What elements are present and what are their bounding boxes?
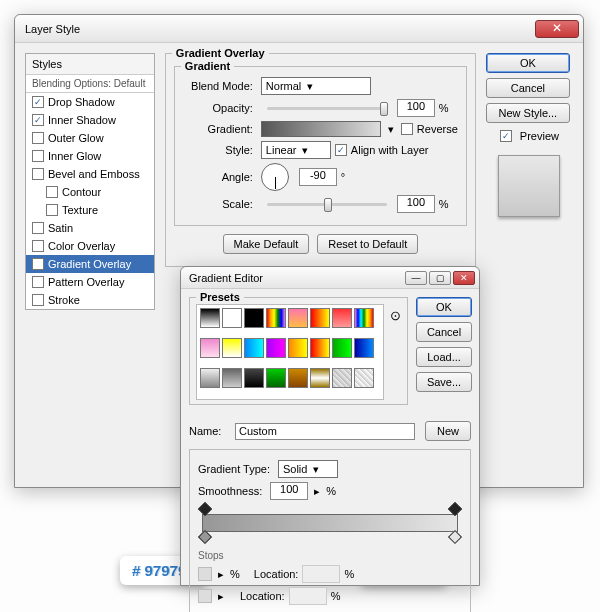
checkbox[interactable]: ✓ xyxy=(32,96,44,108)
preset-swatch[interactable] xyxy=(288,308,308,328)
style-item-drop-shadow[interactable]: ✓Drop Shadow xyxy=(26,93,154,111)
checkbox[interactable] xyxy=(32,150,44,162)
style-label: Style: xyxy=(183,144,257,156)
preset-swatch[interactable] xyxy=(354,338,374,358)
ge-save-button[interactable]: Save... xyxy=(416,372,472,392)
style-item-contour[interactable]: Contour xyxy=(26,183,154,201)
preset-swatch[interactable] xyxy=(200,368,220,388)
style-item-inner-glow[interactable]: Inner Glow xyxy=(26,147,154,165)
checkbox[interactable] xyxy=(32,222,44,234)
reset-default-button[interactable]: Reset to Default xyxy=(317,234,418,254)
main-titlebar[interactable]: Layer Style ✕ xyxy=(15,15,583,43)
checkbox[interactable] xyxy=(32,276,44,288)
section-title: Gradient Overlay xyxy=(172,47,269,59)
new-button[interactable]: New xyxy=(425,421,471,441)
style-item-color-overlay[interactable]: Color Overlay xyxy=(26,237,154,255)
ge-close-icon[interactable]: ✕ xyxy=(453,271,475,285)
minimize-icon[interactable]: — xyxy=(405,271,427,285)
preset-swatch[interactable] xyxy=(332,338,352,358)
opacity-slider[interactable] xyxy=(267,107,387,110)
reverse-checkbox[interactable] xyxy=(401,123,413,135)
ge-load-button[interactable]: Load... xyxy=(416,347,472,367)
preset-swatch[interactable] xyxy=(266,368,286,388)
new-style-button[interactable]: New Style... xyxy=(486,103,570,123)
name-label: Name: xyxy=(189,425,231,437)
ge-ok-button[interactable]: OK xyxy=(416,297,472,317)
opacity-stop-swatch xyxy=(198,567,212,581)
preset-menu-icon[interactable]: ⊙ xyxy=(390,308,401,323)
angle-value[interactable]: -90 xyxy=(299,168,337,186)
right-buttons: OK Cancel New Style... ✓Preview xyxy=(486,53,573,310)
preset-swatch[interactable] xyxy=(310,338,330,358)
gradient-editor-window: Gradient Editor — ▢ ✕ Presets ⊙ OK xyxy=(180,266,480,586)
checkbox[interactable] xyxy=(32,294,44,306)
gradient-swatch[interactable] xyxy=(261,121,381,137)
style-item-stroke[interactable]: Stroke xyxy=(26,291,154,309)
style-item-satin[interactable]: Satin xyxy=(26,219,154,237)
style-item-gradient-overlay[interactable]: ✓Gradient Overlay xyxy=(26,255,154,273)
cancel-button[interactable]: Cancel xyxy=(486,78,570,98)
checkbox[interactable] xyxy=(32,132,44,144)
blend-mode-select[interactable]: Normal xyxy=(261,77,371,95)
maximize-icon[interactable]: ▢ xyxy=(429,271,451,285)
name-field[interactable] xyxy=(235,423,415,440)
preset-swatch[interactable] xyxy=(354,308,374,328)
style-item-pattern-overlay[interactable]: Pattern Overlay xyxy=(26,273,154,291)
preset-swatch[interactable] xyxy=(332,368,352,388)
preset-swatch[interactable] xyxy=(288,368,308,388)
opacity-stop-right[interactable] xyxy=(448,502,462,516)
preset-swatch[interactable] xyxy=(288,338,308,358)
presets-grid[interactable] xyxy=(196,304,384,400)
ge-title: Gradient Editor xyxy=(189,272,403,284)
angle-label: Angle: xyxy=(183,171,257,183)
opacity-value[interactable]: 100 xyxy=(397,99,435,117)
gradient-type-select[interactable]: Solid xyxy=(278,460,338,478)
preset-swatch[interactable] xyxy=(222,308,242,328)
preview-checkbox[interactable]: ✓ xyxy=(500,130,512,142)
gradient-label: Gradient: xyxy=(183,123,257,135)
smoothness-value[interactable]: 100 xyxy=(270,482,308,500)
preset-swatch[interactable] xyxy=(222,338,242,358)
gradient-dropdown-icon[interactable]: ▾ xyxy=(385,123,397,136)
preset-swatch[interactable] xyxy=(310,308,330,328)
style-item-inner-shadow[interactable]: ✓Inner Shadow xyxy=(26,111,154,129)
preset-swatch[interactable] xyxy=(266,338,286,358)
scale-value[interactable]: 100 xyxy=(397,195,435,213)
location-label-2: Location: xyxy=(240,590,285,602)
ok-button[interactable]: OK xyxy=(486,53,570,73)
preset-swatch[interactable] xyxy=(244,368,264,388)
blending-options[interactable]: Blending Options: Default xyxy=(26,75,154,93)
preset-swatch[interactable] xyxy=(200,338,220,358)
checkbox[interactable] xyxy=(32,240,44,252)
style-item-outer-glow[interactable]: Outer Glow xyxy=(26,129,154,147)
preset-swatch[interactable] xyxy=(200,308,220,328)
preset-swatch[interactable] xyxy=(310,368,330,388)
color-stop-right[interactable] xyxy=(448,530,462,544)
gradient-bar[interactable] xyxy=(202,514,458,532)
preset-swatch[interactable] xyxy=(244,338,264,358)
close-icon[interactable]: ✕ xyxy=(535,20,579,38)
checkbox[interactable]: ✓ xyxy=(32,258,44,270)
style-item-texture[interactable]: Texture xyxy=(26,201,154,219)
scale-slider[interactable] xyxy=(267,203,387,206)
checkbox[interactable] xyxy=(32,168,44,180)
checkbox[interactable] xyxy=(46,204,58,216)
style-select[interactable]: Linear xyxy=(261,141,331,159)
color-stop-left[interactable] xyxy=(198,530,212,544)
preset-swatch[interactable] xyxy=(354,368,374,388)
ge-titlebar[interactable]: Gradient Editor — ▢ ✕ xyxy=(181,267,479,289)
make-default-button[interactable]: Make Default xyxy=(223,234,310,254)
angle-wheel[interactable] xyxy=(261,163,289,191)
opacity-label: Opacity: xyxy=(183,102,257,114)
checkbox[interactable] xyxy=(46,186,58,198)
preset-swatch[interactable] xyxy=(332,308,352,328)
styles-header[interactable]: Styles xyxy=(26,54,154,75)
checkbox[interactable]: ✓ xyxy=(32,114,44,126)
preset-swatch[interactable] xyxy=(266,308,286,328)
style-item-bevel-and-emboss[interactable]: Bevel and Emboss xyxy=(26,165,154,183)
opacity-stop-left[interactable] xyxy=(198,502,212,516)
ge-cancel-button[interactable]: Cancel xyxy=(416,322,472,342)
preset-swatch[interactable] xyxy=(222,368,242,388)
preset-swatch[interactable] xyxy=(244,308,264,328)
align-with-layer-checkbox[interactable]: ✓ xyxy=(335,144,347,156)
